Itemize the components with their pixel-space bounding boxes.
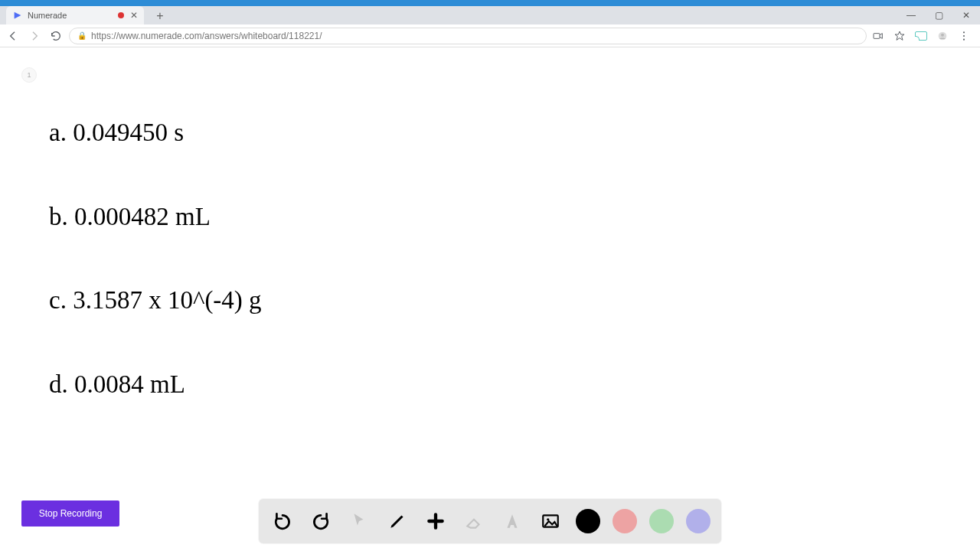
minimize-button[interactable]: — xyxy=(897,6,925,24)
tab-favicon-icon xyxy=(12,10,23,21)
page-viewport: 1 a. 0.049450 s b. 0.000482 mL c. 3.1587… xyxy=(0,47,980,548)
forward-button[interactable] xyxy=(26,28,43,44)
content-line-b: b. 0.000482 mL xyxy=(49,202,262,233)
new-tab-button[interactable]: + xyxy=(152,8,168,24)
back-button[interactable] xyxy=(5,28,21,44)
stop-recording-button[interactable]: Stop Recording xyxy=(21,500,119,527)
svg-point-3 xyxy=(941,33,944,36)
add-tool[interactable] xyxy=(423,508,449,534)
camera-icon[interactable] xyxy=(871,29,885,43)
svg-point-6 xyxy=(963,38,965,40)
color-swatch-pink[interactable] xyxy=(612,509,637,533)
color-swatch-green[interactable] xyxy=(649,509,674,533)
whiteboard-content: a. 0.049450 s b. 0.000482 mL c. 3.1587 x… xyxy=(49,118,262,399)
cast-extension-icon[interactable] xyxy=(914,29,928,43)
browser-menu-button[interactable] xyxy=(957,29,971,43)
url-text: https://www.numerade.com/answers/whitebo… xyxy=(91,31,322,41)
color-swatch-purple[interactable] xyxy=(686,509,710,533)
content-line-c: c. 3.1587 x 10^(-4) g xyxy=(49,285,262,316)
redo-button[interactable] xyxy=(308,508,334,534)
color-swatch-black[interactable] xyxy=(576,509,600,533)
text-tool[interactable] xyxy=(499,508,525,534)
window-titlebar xyxy=(0,0,980,6)
content-line-d: d. 0.0084 mL xyxy=(49,370,262,400)
svg-rect-1 xyxy=(874,33,880,38)
window-controls: — ▢ ✕ xyxy=(897,6,980,24)
lock-icon: 🔒 xyxy=(77,31,87,40)
address-bar: 🔒 https://www.numerade.com/answers/white… xyxy=(0,24,980,47)
undo-button[interactable] xyxy=(270,508,296,534)
tab-close-button[interactable]: ✕ xyxy=(130,10,138,21)
image-tool[interactable] xyxy=(537,508,564,534)
browser-tab-bar: Numerade ✕ + — ▢ ✕ xyxy=(0,6,980,24)
close-window-button[interactable]: ✕ xyxy=(952,6,980,24)
whiteboard-toolbar xyxy=(259,499,721,543)
reload-button[interactable] xyxy=(47,28,64,44)
bookmark-star-icon[interactable] xyxy=(893,29,906,43)
pencil-tool[interactable] xyxy=(384,508,410,534)
profile-avatar-icon[interactable] xyxy=(936,29,949,43)
recording-indicator-icon xyxy=(118,12,124,18)
tab-title: Numerade xyxy=(28,11,118,20)
url-input[interactable]: 🔒 https://www.numerade.com/answers/white… xyxy=(69,28,867,44)
browser-tab[interactable]: Numerade ✕ xyxy=(6,6,144,24)
content-line-a: a. 0.049450 s xyxy=(49,118,262,148)
maximize-button[interactable]: ▢ xyxy=(925,6,952,24)
svg-marker-0 xyxy=(15,12,21,19)
page-number-badge: 1 xyxy=(21,67,37,83)
svg-point-5 xyxy=(963,34,965,36)
svg-point-4 xyxy=(963,31,965,33)
pointer-tool[interactable] xyxy=(346,508,372,534)
eraser-tool[interactable] xyxy=(461,508,487,534)
